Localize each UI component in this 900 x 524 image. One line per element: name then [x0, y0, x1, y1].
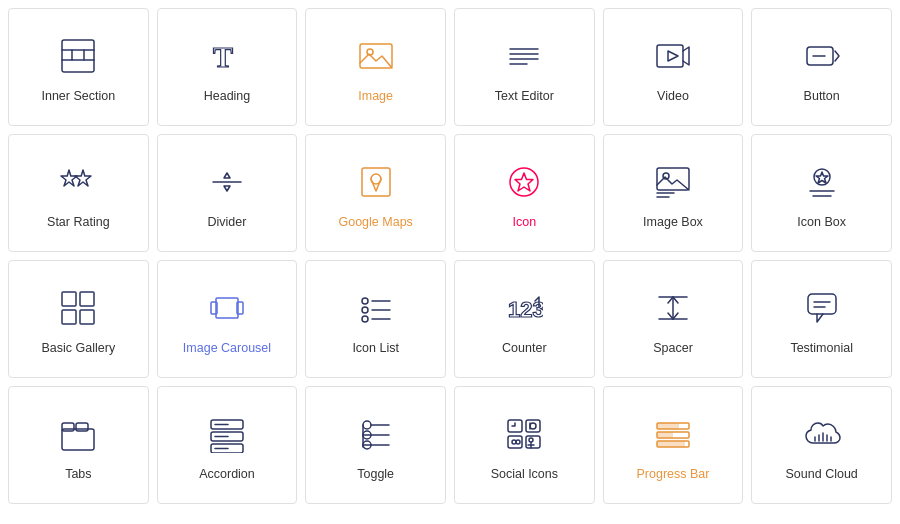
widget-star-rating[interactable]: Star Rating [8, 134, 149, 252]
widget-progress-bar[interactable]: Progress Bar [603, 386, 744, 504]
widget-inner-section[interactable]: Inner Section [8, 8, 149, 126]
button-icon [800, 34, 844, 78]
google-maps-icon [354, 160, 398, 204]
social-icons-icon [502, 412, 546, 456]
widget-icon[interactable]: Icon [454, 134, 595, 252]
svg-marker-13 [668, 51, 678, 61]
icon-box-label: Icon Box [797, 214, 846, 230]
svg-point-76 [516, 440, 520, 444]
svg-rect-72 [526, 436, 540, 448]
widget-divider[interactable]: Divider [157, 134, 298, 252]
svg-rect-54 [62, 423, 74, 431]
image-carousel-icon [205, 286, 249, 330]
tabs-icon [56, 412, 100, 456]
svg-point-40 [362, 298, 368, 304]
toggle-icon [354, 412, 398, 456]
inner-section-label: Inner Section [41, 88, 115, 104]
video-icon [651, 34, 695, 78]
svg-rect-50 [808, 294, 836, 314]
social-icons-label: Social Icons [491, 466, 558, 482]
button-label: Button [804, 88, 840, 104]
star-rating-icon [56, 160, 100, 204]
svg-point-62 [363, 421, 371, 429]
widget-basic-gallery[interactable]: Basic Gallery [8, 260, 149, 378]
svg-rect-85 [657, 441, 685, 447]
text-editor-icon [502, 34, 546, 78]
toggle-label: Toggle [357, 466, 394, 482]
testimonial-icon [800, 286, 844, 330]
svg-point-23 [510, 168, 538, 196]
text-editor-label: Text Editor [495, 88, 554, 104]
widget-heading[interactable]: T Heading [157, 8, 298, 126]
svg-rect-37 [216, 298, 238, 318]
svg-marker-17 [75, 170, 91, 186]
widget-sound-cloud[interactable]: Sound Cloud [751, 386, 892, 504]
widget-text-editor[interactable]: Text Editor [454, 8, 595, 126]
svg-point-44 [362, 316, 368, 322]
svg-marker-30 [816, 172, 828, 183]
svg-rect-35 [62, 310, 76, 324]
svg-marker-19 [224, 173, 230, 178]
svg-text:123: 123 [508, 297, 543, 322]
divider-label: Divider [208, 214, 247, 230]
video-label: Video [657, 88, 689, 104]
progress-bar-label: Progress Bar [637, 466, 710, 482]
widget-button[interactable]: Button [751, 8, 892, 126]
svg-point-73 [530, 423, 536, 429]
accordion-icon [205, 412, 249, 456]
widget-counter[interactable]: 123 Counter [454, 260, 595, 378]
tabs-label: Tabs [65, 466, 91, 482]
widget-spacer[interactable]: Spacer [603, 260, 744, 378]
basic-gallery-label: Basic Gallery [42, 340, 116, 356]
widget-image[interactable]: Image [305, 8, 446, 126]
google-maps-label: Google Maps [338, 214, 412, 230]
svg-rect-36 [80, 310, 94, 324]
svg-rect-33 [62, 292, 76, 306]
image-label: Image [358, 88, 393, 104]
svg-rect-55 [76, 423, 88, 431]
icon-label: Icon [513, 214, 537, 230]
svg-marker-24 [515, 173, 533, 191]
svg-rect-34 [80, 292, 94, 306]
svg-marker-16 [61, 170, 77, 186]
widget-accordion[interactable]: Accordion [157, 386, 298, 504]
svg-rect-70 [526, 420, 540, 432]
heading-label: Heading [204, 88, 251, 104]
svg-rect-12 [657, 45, 683, 67]
heading-icon: T [205, 34, 249, 78]
icon-box-icon [800, 160, 844, 204]
icon-list-label: Icon List [352, 340, 399, 356]
svg-marker-20 [224, 186, 230, 191]
icon-widget-icon [502, 160, 546, 204]
image-box-icon [651, 160, 695, 204]
widget-grid: Inner Section T Heading Image Text Edito… [8, 8, 892, 504]
image-box-label: Image Box [643, 214, 703, 230]
star-rating-label: Star Rating [47, 214, 110, 230]
widget-icon-list[interactable]: Icon List [305, 260, 446, 378]
spacer-label: Spacer [653, 340, 693, 356]
svg-rect-83 [657, 432, 673, 438]
divider-icon [205, 160, 249, 204]
widget-google-maps[interactable]: Google Maps [305, 134, 446, 252]
svg-rect-53 [62, 429, 94, 450]
svg-point-42 [362, 307, 368, 313]
widget-tabs[interactable]: Tabs [8, 386, 149, 504]
sound-cloud-label: Sound Cloud [786, 466, 858, 482]
widget-toggle[interactable]: Toggle [305, 386, 446, 504]
sound-cloud-icon [800, 412, 844, 456]
widget-image-carousel[interactable]: Image Carousel [157, 260, 298, 378]
image-icon [354, 34, 398, 78]
icon-list-icon [354, 286, 398, 330]
widget-video[interactable]: Video [603, 8, 744, 126]
svg-rect-6 [360, 44, 392, 68]
widget-icon-box[interactable]: Icon Box [751, 134, 892, 252]
counter-icon: 123 [502, 286, 546, 330]
svg-rect-0 [62, 40, 94, 72]
accordion-label: Accordion [199, 466, 255, 482]
svg-rect-21 [362, 168, 390, 196]
image-carousel-label: Image Carousel [183, 340, 271, 356]
widget-social-icons[interactable]: Social Icons [454, 386, 595, 504]
counter-label: Counter [502, 340, 546, 356]
widget-image-box[interactable]: Image Box [603, 134, 744, 252]
widget-testimonial[interactable]: Testimonial [751, 260, 892, 378]
